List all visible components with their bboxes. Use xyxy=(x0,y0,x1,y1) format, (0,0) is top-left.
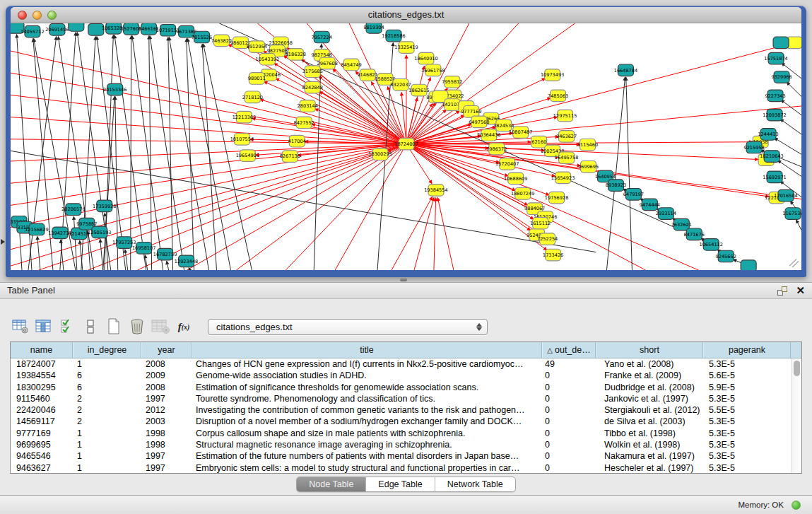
table-row[interactable]: 911546021997Tourette syndrome. Phenomeno… xyxy=(11,393,791,404)
graph-node-label: 12505193 xyxy=(88,230,111,235)
zoom-window-button[interactable] xyxy=(47,11,57,20)
table-cell: 5.3E-5 xyxy=(703,450,791,462)
graph-node-label: 16495758 xyxy=(555,155,578,160)
graph-node[interactable] xyxy=(741,260,756,270)
network-canvas[interactable]: 1872400774638229860123891295423226058982… xyxy=(11,23,801,270)
table-cell: 9699695 xyxy=(11,439,73,450)
graph-node-label: 2803144 xyxy=(298,103,318,109)
table-cell: Jankovic et al. (1997) xyxy=(596,393,703,404)
column-header-in_degree[interactable]: in_degree xyxy=(73,342,141,358)
table-row[interactable]: 977716911998Corpus callosum shape and si… xyxy=(11,428,791,439)
row-selection-mode-icon[interactable] xyxy=(58,317,76,336)
create-column-icon[interactable] xyxy=(105,317,123,336)
graph-node-label: 16782759 xyxy=(153,252,177,257)
table-cell: Wolkin et al. (1998) xyxy=(596,439,703,450)
table-row[interactable]: 1830029562008Estimation of significance … xyxy=(11,382,791,393)
graph-node-label: 19654903 xyxy=(236,153,259,158)
select-columns-icon[interactable] xyxy=(35,317,53,336)
hide-panel-arrow-icon[interactable] xyxy=(1,239,5,245)
table-cell: Franke et al. (2009) xyxy=(596,370,703,381)
graph-node-label: 20206576 xyxy=(61,207,85,213)
table-cell: 5.3E-5 xyxy=(703,358,791,370)
graph-node-label: 19756928 xyxy=(545,195,568,201)
table-cell: 0 xyxy=(542,462,596,473)
table-cell: 5.6E-5 xyxy=(703,370,791,381)
table-row[interactable]: 1938455462009Genome-wide association stu… xyxy=(11,370,791,381)
graph-node-label: 1640954 xyxy=(595,174,616,180)
graph-node-label: 12975115 xyxy=(553,113,577,119)
graph-node-label: 7485063 xyxy=(548,93,568,99)
column-header-short[interactable]: short xyxy=(596,342,703,358)
table-cell: 14569117 xyxy=(11,416,73,427)
close-window-button[interactable] xyxy=(18,11,27,20)
table-tabs-row: Node TableEdge TableNetwork Table xyxy=(0,474,812,495)
column-header-pagerank[interactable]: pagerank xyxy=(703,342,791,358)
graph-node-label: 8454749 xyxy=(341,62,361,68)
delete-columns-trash-icon[interactable] xyxy=(128,317,146,336)
graph-node-label: 1733426 xyxy=(543,252,563,258)
graph-node[interactable] xyxy=(773,37,789,49)
table-row[interactable]: 969969511998Structural magnetic resonanc… xyxy=(11,439,791,450)
table-row[interactable]: 1872400712008Changes of HCN gene express… xyxy=(11,358,791,370)
delete-table-icon-disabled xyxy=(151,317,170,336)
graph-node-label: 10807487 xyxy=(509,129,532,135)
row-height-icon[interactable] xyxy=(81,317,100,336)
table-panel-title: Table Panel xyxy=(7,285,55,296)
table-cell: de Silva et al. (2003) xyxy=(596,416,703,427)
table-cell: 1998 xyxy=(141,439,192,450)
graph-node-label: 15720407 xyxy=(495,161,519,167)
minimize-window-button[interactable] xyxy=(33,11,42,20)
table-cell: 5.3E-5 xyxy=(703,393,791,404)
graph-node-label: 14055712 xyxy=(20,29,44,35)
column-header-year[interactable]: year xyxy=(141,342,192,358)
table-selector-dropdown[interactable]: citations_edges.txt xyxy=(208,319,488,335)
table-cell: 0 xyxy=(542,382,596,393)
panel-splitter-grip[interactable] xyxy=(400,278,407,281)
column-header-out_de[interactable]: △out_de… xyxy=(542,342,596,358)
network-graph-svg[interactable]: 1872400774638229860123891295423226058982… xyxy=(11,23,801,270)
graph-node-label: 15692971 xyxy=(763,175,786,180)
graph-node-label: 7463822 xyxy=(211,38,232,44)
graph-node-label: 10654112 xyxy=(699,242,722,247)
graph-node-label: 8427552 xyxy=(294,120,314,126)
network-view-window[interactable]: citations_edges.txt 18724007746382298601… xyxy=(6,6,806,277)
graph-node-label: 7632621 xyxy=(671,222,692,228)
graph-node-label: 9115460 xyxy=(577,142,598,148)
graph-node-label: 9227343 xyxy=(765,93,785,99)
table-cell: 2008 xyxy=(141,358,192,370)
tab-node-table[interactable]: Node Table xyxy=(297,477,365,491)
table-row[interactable]: 946362711997Embryonic stem cells: a mode… xyxy=(11,462,791,473)
function-builder-icon[interactable]: f(x) xyxy=(175,317,193,336)
table-cell: 18300295 xyxy=(11,382,73,393)
tab-network-table[interactable]: Network Table xyxy=(435,477,515,491)
table-cell: 1 xyxy=(73,358,141,370)
table-options-icon[interactable] xyxy=(11,317,30,336)
vertical-scrollbar[interactable] xyxy=(791,358,801,473)
sort-ascending-icon: △ xyxy=(547,346,553,354)
table-cell: 5.3E-5 xyxy=(703,439,791,450)
graph-node-label: 12213363 xyxy=(233,115,256,120)
graph-node-label: 18724007 xyxy=(394,141,418,147)
tab-edge-table[interactable]: Edge Table xyxy=(365,477,434,491)
table-cell: 2003 xyxy=(141,416,192,427)
table-row[interactable]: 946554611997Estimation of the future num… xyxy=(11,450,791,462)
table-cell: 0 xyxy=(542,393,596,404)
table-cell: Yano et al. (2008) xyxy=(596,358,703,370)
graph-node[interactable] xyxy=(69,23,84,31)
table-row[interactable]: 2242004622012Investigating the contribut… xyxy=(11,404,791,416)
column-header-name[interactable]: name xyxy=(11,342,73,358)
scrollbar-thumb[interactable] xyxy=(794,361,800,376)
graph-node-label: 9215958 xyxy=(743,145,764,151)
table-row[interactable]: 1456911722003Disruption of a novel membe… xyxy=(11,416,791,427)
table-cell: Embryonic stem cells: a model to study s… xyxy=(192,462,542,473)
graph-node-label: 1244413 xyxy=(758,132,778,137)
float-panel-icon[interactable] xyxy=(777,286,787,296)
window-titlebar[interactable]: citations_edges.txt xyxy=(11,7,801,23)
table-cell: 2008 xyxy=(141,382,192,393)
table-cell: Structural magnetic resonance image aver… xyxy=(192,439,542,450)
table-cell: 2 xyxy=(73,404,141,416)
graph-node-label: 8267130 xyxy=(280,153,300,159)
graph-node-label: 9699695 xyxy=(578,164,599,170)
column-header-title[interactable]: title xyxy=(192,342,542,358)
close-panel-icon[interactable]: ✕ xyxy=(796,286,805,296)
